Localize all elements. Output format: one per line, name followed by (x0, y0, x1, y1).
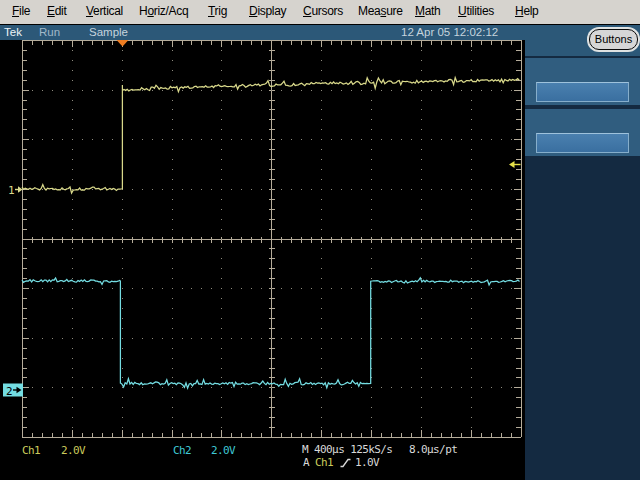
soft-menu-button-1-field[interactable] (536, 82, 629, 102)
resolution-readout: 8.0µs/pt (409, 443, 457, 456)
menu-edit[interactable]: Edit (47, 4, 67, 18)
menu-display[interactable]: Display (249, 4, 286, 18)
channel-2-marker: 2 (3, 384, 23, 398)
ch2-scale-readout: 2.0V (211, 444, 235, 457)
ch2-readout-label: Ch2 (173, 444, 191, 457)
trigger-type-readout: A (303, 456, 309, 469)
soft-menu-button-2-field[interactable] (536, 133, 629, 153)
side-menu-panel (525, 40, 640, 480)
menu-help[interactable]: Help (515, 4, 539, 18)
timebase-readout: M 400µs 125kS/s (302, 443, 392, 456)
buttons-button[interactable]: Buttons (589, 29, 638, 50)
soft-menu-button-1[interactable] (525, 58, 640, 105)
menu-utilities[interactable]: Utilities (458, 4, 494, 18)
ch1-scale-readout: 2.0V (61, 444, 85, 457)
soft-menu-button-2[interactable] (525, 109, 640, 156)
waveform-display: 12 (0, 40, 525, 480)
menu-file[interactable]: File (12, 4, 30, 18)
trigger-source-readout: Ch1 (315, 456, 333, 469)
acquisition-status-bar: Tek Run Sample 12 Apr 05 12:02:12 (0, 25, 640, 40)
menu-cursors[interactable]: Cursors (303, 4, 343, 18)
ch1-readout-label: Ch1 (22, 444, 40, 457)
menu-horiz-acq[interactable]: Horiz/Acq (139, 4, 188, 18)
menu-bar: FileEditVerticalHoriz/AcqTrigDisplayCurs… (0, 0, 640, 25)
menu-measure[interactable]: Measure (358, 4, 403, 18)
acquisition-state: Run (39, 26, 60, 38)
date-time: 12 Apr 05 12:02:12 (401, 26, 498, 38)
tek-logo-label: Tek (4, 26, 22, 38)
menu-vertical[interactable]: Vertical (86, 4, 123, 18)
svg-text:2: 2 (6, 385, 13, 398)
acquisition-mode: Sample (89, 26, 128, 38)
menu-math[interactable]: Math (415, 4, 441, 18)
trigger-level-readout: 1.0V (355, 456, 379, 469)
svg-text:1: 1 (8, 184, 15, 197)
rising-edge-icon (340, 458, 351, 468)
menu-trig[interactable]: Trig (208, 4, 227, 18)
